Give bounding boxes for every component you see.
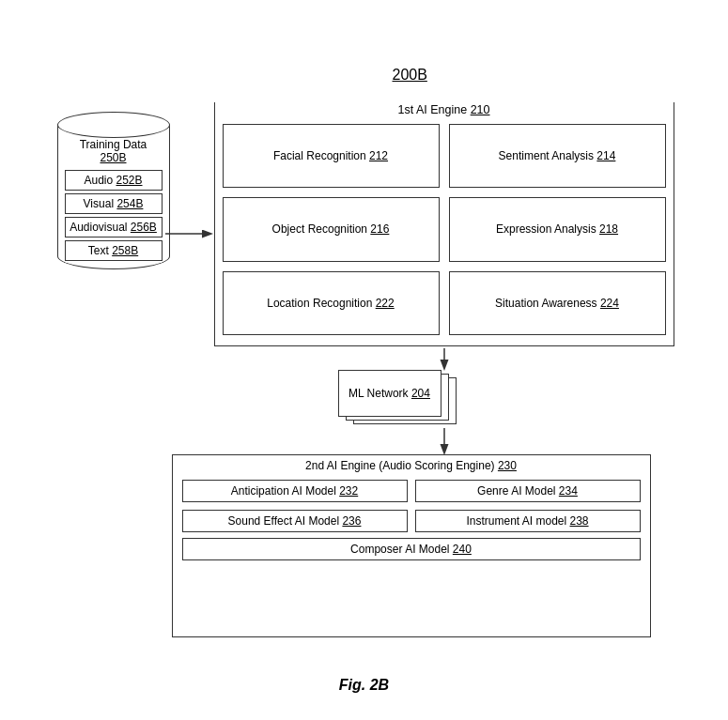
ml-paper-front: ML Network 204 xyxy=(338,370,441,417)
fig-label: Fig. 2B xyxy=(26,677,703,694)
audio-item: Audio 252B xyxy=(65,170,163,191)
sentiment-analysis-item: Sentiment Analysis 214 xyxy=(449,124,666,189)
situation-awareness-item: Situation Awareness 224 xyxy=(449,271,666,336)
ai-engine-1-grid: Facial Recognition 212 Sentiment Analysi… xyxy=(223,124,666,336)
object-recognition-item: Object Recognition 216 xyxy=(223,197,440,262)
composer-model-row: Composer AI Model 240 xyxy=(182,538,641,560)
ai-engine-2-label: 2nd AI Engine (Audio Scoring Engine) 230 xyxy=(173,455,650,474)
location-recognition-item: Location Recognition 222 xyxy=(223,271,440,336)
ai-engine-2-grid: Anticipation AI Model 232 Genre AI Model… xyxy=(182,480,641,532)
training-data-cylinder: Training Data 250B Audio 252B Visual 254… xyxy=(53,112,175,269)
cylinder-top xyxy=(57,112,170,138)
composer-model-item: Composer AI Model 240 xyxy=(182,538,641,560)
expression-analysis-item: Expression Analysis 218 xyxy=(449,197,666,262)
diagram-title: 200B xyxy=(393,67,427,84)
ml-network-container: ML Network 204 xyxy=(336,370,458,426)
audiovisual-item: Audiovisual 256B xyxy=(65,217,163,237)
visual-item: Visual 254B xyxy=(65,193,163,214)
ai-engine-2-box: 2nd AI Engine (Audio Scoring Engine) 230… xyxy=(172,454,651,637)
facial-recognition-item: Facial Recognition 212 xyxy=(223,124,440,189)
ai-engine-1-box: 1st AI Engine 210 Facial Recognition 212… xyxy=(214,102,674,346)
cylinder-body: Training Data 250B Audio 252B Visual 254… xyxy=(57,125,170,269)
ai-engine-1-label: 1st AI Engine 210 xyxy=(215,101,674,118)
genre-model-item: Genre AI Model 234 xyxy=(415,480,641,502)
diagram: 200B Training Data 250B Audio 252B Visua… xyxy=(26,18,703,703)
text-item: Text 258B xyxy=(65,240,163,261)
sound-effect-model-item: Sound Effect AI Model 236 xyxy=(182,510,408,532)
training-data-label: Training Data 250B xyxy=(63,138,164,164)
instrument-model-item: Instrument AI model 238 xyxy=(415,510,641,532)
anticipation-model-item: Anticipation AI Model 232 xyxy=(182,480,408,502)
